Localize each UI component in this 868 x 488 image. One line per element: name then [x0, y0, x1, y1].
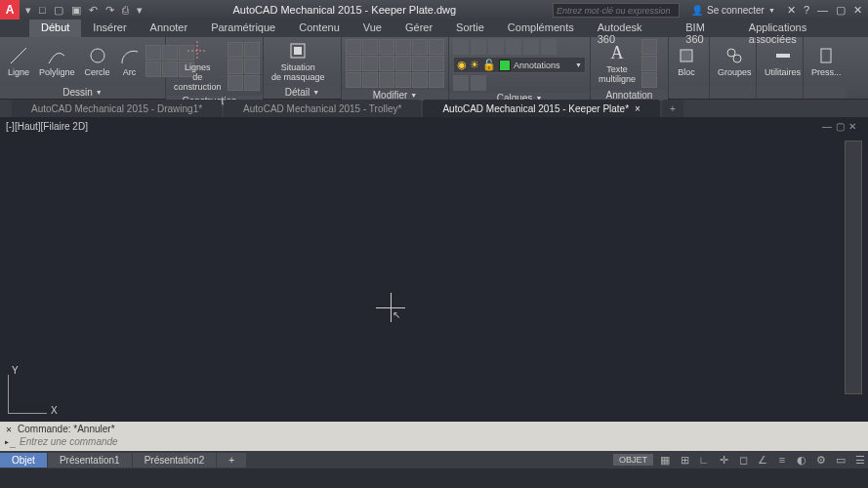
ribbon-tab-inserer[interactable]: Insérer	[81, 20, 138, 37]
ribbon-tab-applications[interactable]: Applications associées	[737, 20, 868, 37]
drawing-viewport[interactable]: [-][Haut][Filaire 2D] — ▢ ✕ ↖ Y X	[0, 117, 868, 422]
explode-icon[interactable]	[362, 72, 378, 88]
exchange-icon[interactable]: ✕	[787, 4, 796, 17]
spline-icon[interactable]	[145, 61, 161, 77]
block-tool[interactable]: Bloc	[673, 44, 700, 79]
layer-prop-icon[interactable]	[453, 39, 469, 55]
lineweight-toggle-icon[interactable]: ≡	[774, 452, 790, 468]
add-layout-button[interactable]: +	[217, 453, 246, 468]
hide-situation-tool[interactable]: Situation de masquage	[268, 39, 329, 84]
layer-off-icon[interactable]	[541, 39, 557, 55]
copy-icon[interactable]	[346, 56, 361, 71]
rotate-icon[interactable]	[362, 39, 378, 55]
vp-close-icon[interactable]: ✕	[848, 121, 856, 132]
snap-toggle-icon[interactable]: ⊞	[677, 452, 692, 468]
customize-status-icon[interactable]: ☰	[852, 452, 868, 468]
join-icon[interactable]	[395, 72, 411, 88]
status-model-button[interactable]: OBJET	[613, 454, 653, 466]
mtext-tool[interactable]: ATexte multiligne	[595, 41, 640, 86]
rectangle-icon[interactable]	[145, 45, 161, 61]
circle-tool[interactable]: Cercle	[81, 44, 114, 79]
vp-maximize-icon[interactable]: ▢	[836, 121, 845, 132]
layer-dropdown[interactable]: ◉ ☀ 🔓 Annotations ▼	[453, 57, 586, 73]
polyline-tool[interactable]: Polyligne	[35, 44, 79, 79]
doc-tab-keeperplate[interactable]: AutoCAD Mechanical 2015 - Keeper Plate*×	[423, 100, 660, 117]
trim-icon[interactable]	[379, 39, 394, 55]
extend-icon[interactable]	[395, 39, 411, 55]
command-input[interactable]	[20, 436, 864, 447]
qat-print-icon[interactable]: ⎙	[122, 4, 129, 17]
arc-tool[interactable]: Arc	[116, 44, 144, 79]
viewport-label[interactable]: [-][Haut][Filaire 2D]	[6, 121, 88, 132]
stretch-icon[interactable]	[379, 56, 394, 71]
leader-icon[interactable]	[641, 56, 657, 71]
qat-redo-icon[interactable]: ↷	[105, 4, 114, 17]
search-input[interactable]	[554, 4, 679, 17]
navigation-bar[interactable]	[845, 141, 862, 394]
construction-lines-tool[interactable]: Lignes de construction	[170, 39, 226, 94]
qat-new-icon[interactable]: □	[39, 4, 46, 17]
ribbon-tab-bim360[interactable]: BIM 360	[674, 20, 737, 37]
qat-save-icon[interactable]: ▣	[71, 4, 81, 17]
layer-lock-icon[interactable]	[523, 39, 539, 55]
maximize-icon[interactable]: ▢	[836, 4, 846, 17]
ribbon-tab-complements[interactable]: Compléments	[496, 20, 586, 37]
panel-title-dessin[interactable]: Dessin▼	[0, 85, 165, 99]
scale-icon[interactable]	[362, 56, 378, 71]
close-icon[interactable]: ✕	[853, 4, 862, 17]
tab-close-icon[interactable]: ×	[635, 103, 641, 114]
layer-prev-icon[interactable]	[471, 75, 486, 91]
qat-undo-icon[interactable]: ↶	[89, 4, 98, 17]
erase-icon[interactable]	[346, 72, 361, 88]
table-icon[interactable]	[641, 72, 657, 88]
app-logo[interactable]: A	[0, 0, 20, 20]
transparency-toggle-icon[interactable]: ◐	[794, 452, 809, 468]
osnap-toggle-icon[interactable]: ◻	[735, 452, 751, 468]
sign-in-button[interactable]: 👤 Se connecter ▼	[691, 5, 775, 16]
grid-toggle-icon[interactable]: ▦	[657, 452, 673, 468]
vp-minimize-icon[interactable]: —	[822, 121, 832, 132]
ray-icon[interactable]	[244, 42, 260, 58]
line-tool[interactable]: Ligne	[4, 44, 33, 79]
xline-icon[interactable]	[227, 42, 243, 58]
doc-tab-drawing1[interactable]: AutoCAD Mechanical 2015 - Drawing1*	[12, 100, 222, 117]
panel-title-detail[interactable]: Détail▼	[264, 86, 341, 99]
layer-match-icon[interactable]	[453, 75, 469, 91]
model-tab-objet[interactable]: Objet	[0, 453, 47, 468]
ribbon-tab-sortie[interactable]: Sortie	[444, 20, 496, 37]
dimension-icon[interactable]	[641, 39, 657, 55]
ortho-toggle-icon[interactable]: ∟	[696, 452, 712, 468]
doc-tab-trolley[interactable]: AutoCAD Mechanical 2015 - Trolley*	[224, 100, 421, 117]
layer-state-icon[interactable]	[471, 39, 486, 55]
otrack-toggle-icon[interactable]: ∠	[755, 452, 770, 468]
qat-open-icon[interactable]: ▢	[54, 4, 63, 17]
model-tab-presentation2[interactable]: Présentation2	[133, 453, 217, 468]
polar-toggle-icon[interactable]: ✛	[716, 452, 731, 468]
align-icon[interactable]	[429, 72, 444, 88]
ribbon-tab-autodesk360[interactable]: Autodesk 360	[586, 20, 675, 37]
ccircle-icon[interactable]	[244, 59, 260, 74]
lengthen-icon[interactable]	[412, 72, 428, 88]
clipboard-tool[interactable]: Press...	[807, 44, 846, 79]
ribbon-tab-vue[interactable]: Vue	[351, 20, 393, 37]
layer-freeze-icon[interactable]	[506, 39, 521, 55]
array-icon[interactable]	[395, 56, 411, 71]
help-icon[interactable]: ?	[804, 4, 809, 17]
cline-icon[interactable]	[227, 59, 243, 74]
mirror-icon[interactable]	[412, 39, 428, 55]
ribbon-tab-contenu[interactable]: Contenu	[287, 20, 351, 37]
utilities-tool[interactable]: Utilitaires	[761, 44, 805, 79]
qat-menu-icon[interactable]: ▾	[25, 4, 31, 17]
layer-iso-icon[interactable]	[488, 39, 504, 55]
ribbon-tab-parametrique[interactable]: Paramétrique	[199, 20, 287, 37]
break-icon[interactable]	[379, 72, 394, 88]
new-tab-button[interactable]: +	[662, 100, 683, 117]
move-icon[interactable]	[346, 39, 361, 55]
minimize-icon[interactable]: —	[817, 4, 828, 17]
chamfer-icon[interactable]	[429, 56, 444, 71]
fillet-icon[interactable]	[429, 39, 444, 55]
ribbon-tab-gerer[interactable]: Gérer	[393, 20, 444, 37]
model-tab-presentation1[interactable]: Présentation1	[48, 453, 132, 468]
project-icon[interactable]	[227, 75, 243, 91]
trace-icon[interactable]	[244, 75, 260, 91]
